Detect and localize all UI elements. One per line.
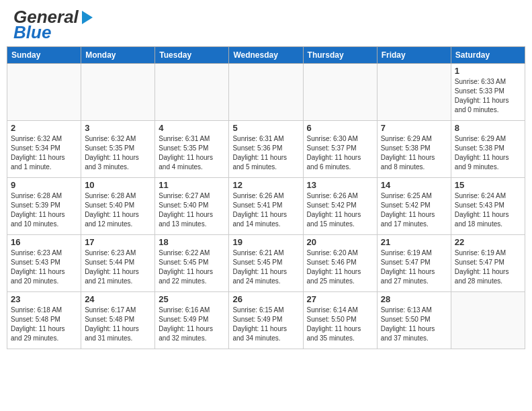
- calendar-day-4: 4Sunrise: 6:31 AM Sunset: 5:35 PM Daylig…: [155, 121, 229, 178]
- day-info: Sunrise: 6:33 AM Sunset: 5:33 PM Dayligh…: [455, 77, 521, 115]
- day-number: 5: [232, 123, 299, 133]
- calendar-day-25: 25Sunrise: 6:16 AM Sunset: 5:49 PM Dayli…: [155, 292, 229, 349]
- day-info: Sunrise: 6:13 AM Sunset: 5:50 PM Dayligh…: [381, 306, 447, 343]
- day-number: 23: [11, 294, 77, 304]
- calendar-day-24: 24Sunrise: 6:17 AM Sunset: 5:48 PM Dayli…: [81, 292, 155, 349]
- calendar-empty-cell: [155, 64, 229, 121]
- calendar-day-20: 20Sunrise: 6:20 AM Sunset: 5:46 PM Dayli…: [303, 235, 377, 292]
- calendar-header-row: SundayMondayTuesdayWednesdayThursdayFrid…: [7, 47, 525, 64]
- calendar-empty-cell: [229, 64, 303, 121]
- day-info: Sunrise: 6:29 AM Sunset: 5:38 PM Dayligh…: [381, 134, 447, 172]
- day-info: Sunrise: 6:22 AM Sunset: 5:45 PM Dayligh…: [159, 248, 225, 286]
- page-wrapper: General Blue SundayMondayTuesdayWednesda…: [0, 0, 532, 349]
- day-info: Sunrise: 6:31 AM Sunset: 5:36 PM Dayligh…: [232, 134, 299, 172]
- calendar-day-9: 9Sunrise: 6:28 AM Sunset: 5:39 PM Daylig…: [7, 178, 81, 235]
- calendar-day-22: 22Sunrise: 6:19 AM Sunset: 5:47 PM Dayli…: [451, 235, 525, 292]
- day-number: 8: [455, 123, 521, 133]
- calendar-week-row: 23Sunrise: 6:18 AM Sunset: 5:48 PM Dayli…: [7, 292, 525, 349]
- day-info: Sunrise: 6:28 AM Sunset: 5:39 PM Dayligh…: [11, 191, 77, 229]
- day-number: 15: [455, 180, 521, 190]
- day-number: 2: [11, 123, 77, 133]
- day-number: 1: [455, 66, 521, 76]
- calendar-day-17: 17Sunrise: 6:23 AM Sunset: 5:44 PM Dayli…: [81, 235, 155, 292]
- calendar-header-friday: Friday: [377, 47, 451, 64]
- day-info: Sunrise: 6:23 AM Sunset: 5:44 PM Dayligh…: [85, 248, 151, 286]
- day-info: Sunrise: 6:18 AM Sunset: 5:48 PM Dayligh…: [11, 306, 77, 343]
- calendar-day-26: 26Sunrise: 6:15 AM Sunset: 5:49 PM Dayli…: [229, 292, 303, 349]
- calendar-empty-cell: [7, 64, 81, 121]
- day-number: 22: [455, 237, 521, 247]
- day-number: 28: [381, 294, 447, 304]
- day-info: Sunrise: 6:30 AM Sunset: 5:37 PM Dayligh…: [307, 134, 373, 172]
- day-info: Sunrise: 6:27 AM Sunset: 5:40 PM Dayligh…: [159, 191, 225, 229]
- day-info: Sunrise: 6:21 AM Sunset: 5:45 PM Dayligh…: [232, 248, 299, 286]
- day-info: Sunrise: 6:19 AM Sunset: 5:47 PM Dayligh…: [381, 248, 447, 286]
- day-info: Sunrise: 6:23 AM Sunset: 5:43 PM Dayligh…: [11, 248, 77, 286]
- calendar-header-saturday: Saturday: [451, 47, 525, 64]
- day-number: 7: [381, 123, 447, 133]
- day-number: 12: [232, 180, 299, 190]
- calendar: SundayMondayTuesdayWednesdayThursdayFrid…: [7, 46, 525, 349]
- day-number: 25: [159, 294, 225, 304]
- calendar-day-19: 19Sunrise: 6:21 AM Sunset: 5:45 PM Dayli…: [229, 235, 303, 292]
- calendar-empty-cell: [303, 64, 377, 121]
- calendar-header-monday: Monday: [81, 47, 155, 64]
- calendar-empty-cell: [451, 292, 525, 349]
- calendar-day-13: 13Sunrise: 6:26 AM Sunset: 5:42 PM Dayli…: [303, 178, 377, 235]
- day-info: Sunrise: 6:14 AM Sunset: 5:50 PM Dayligh…: [307, 306, 373, 343]
- calendar-day-5: 5Sunrise: 6:31 AM Sunset: 5:36 PM Daylig…: [229, 121, 303, 178]
- day-number: 4: [159, 123, 225, 133]
- day-info: Sunrise: 6:19 AM Sunset: 5:47 PM Dayligh…: [455, 248, 521, 286]
- calendar-day-23: 23Sunrise: 6:18 AM Sunset: 5:48 PM Dayli…: [7, 292, 81, 349]
- day-number: 20: [307, 237, 373, 247]
- calendar-day-21: 21Sunrise: 6:19 AM Sunset: 5:47 PM Dayli…: [377, 235, 451, 292]
- day-number: 13: [307, 180, 373, 190]
- calendar-header-wednesday: Wednesday: [229, 47, 303, 64]
- calendar-empty-cell: [377, 64, 451, 121]
- calendar-day-3: 3Sunrise: 6:32 AM Sunset: 5:35 PM Daylig…: [81, 121, 155, 178]
- day-number: 19: [232, 237, 299, 247]
- calendar-week-row: 2Sunrise: 6:32 AM Sunset: 5:34 PM Daylig…: [7, 121, 525, 178]
- day-number: 17: [85, 237, 151, 247]
- day-number: 9: [11, 180, 77, 190]
- calendar-day-2: 2Sunrise: 6:32 AM Sunset: 5:34 PM Daylig…: [7, 121, 81, 178]
- day-info: Sunrise: 6:26 AM Sunset: 5:41 PM Dayligh…: [232, 191, 299, 229]
- calendar-day-18: 18Sunrise: 6:22 AM Sunset: 5:45 PM Dayli…: [155, 235, 229, 292]
- day-info: Sunrise: 6:28 AM Sunset: 5:40 PM Dayligh…: [85, 191, 151, 229]
- day-number: 11: [159, 180, 225, 190]
- day-info: Sunrise: 6:16 AM Sunset: 5:49 PM Dayligh…: [159, 306, 225, 343]
- day-info: Sunrise: 6:20 AM Sunset: 5:46 PM Dayligh…: [307, 248, 373, 286]
- day-info: Sunrise: 6:15 AM Sunset: 5:49 PM Dayligh…: [232, 306, 299, 343]
- day-info: Sunrise: 6:32 AM Sunset: 5:35 PM Dayligh…: [85, 134, 151, 172]
- calendar-day-10: 10Sunrise: 6:28 AM Sunset: 5:40 PM Dayli…: [81, 178, 155, 235]
- day-info: Sunrise: 6:25 AM Sunset: 5:42 PM Dayligh…: [381, 191, 447, 229]
- calendar-day-11: 11Sunrise: 6:27 AM Sunset: 5:40 PM Dayli…: [155, 178, 229, 235]
- calendar-empty-cell: [81, 64, 155, 121]
- day-number: 26: [232, 294, 299, 304]
- day-number: 16: [11, 237, 77, 247]
- day-number: 10: [85, 180, 151, 190]
- calendar-day-16: 16Sunrise: 6:23 AM Sunset: 5:43 PM Dayli…: [7, 235, 81, 292]
- day-info: Sunrise: 6:32 AM Sunset: 5:34 PM Dayligh…: [11, 134, 77, 172]
- day-number: 27: [307, 294, 373, 304]
- calendar-header-thursday: Thursday: [303, 47, 377, 64]
- calendar-day-8: 8Sunrise: 6:29 AM Sunset: 5:38 PM Daylig…: [451, 121, 525, 178]
- day-info: Sunrise: 6:24 AM Sunset: 5:43 PM Dayligh…: [455, 191, 521, 229]
- calendar-header-tuesday: Tuesday: [155, 47, 229, 64]
- logo-arrow-icon: [82, 11, 93, 24]
- logo: General Blue: [13, 7, 93, 43]
- calendar-header-sunday: Sunday: [7, 47, 81, 64]
- calendar-week-row: 9Sunrise: 6:28 AM Sunset: 5:39 PM Daylig…: [7, 178, 525, 235]
- header: General Blue: [0, 0, 532, 46]
- day-info: Sunrise: 6:17 AM Sunset: 5:48 PM Dayligh…: [85, 306, 151, 343]
- calendar-day-1: 1Sunrise: 6:33 AM Sunset: 5:33 PM Daylig…: [451, 64, 525, 121]
- calendar-day-14: 14Sunrise: 6:25 AM Sunset: 5:42 PM Dayli…: [377, 178, 451, 235]
- day-number: 14: [381, 180, 447, 190]
- calendar-week-row: 1Sunrise: 6:33 AM Sunset: 5:33 PM Daylig…: [7, 64, 525, 121]
- calendar-day-7: 7Sunrise: 6:29 AM Sunset: 5:38 PM Daylig…: [377, 121, 451, 178]
- calendar-week-row: 16Sunrise: 6:23 AM Sunset: 5:43 PM Dayli…: [7, 235, 525, 292]
- calendar-day-27: 27Sunrise: 6:14 AM Sunset: 5:50 PM Dayli…: [303, 292, 377, 349]
- day-info: Sunrise: 6:26 AM Sunset: 5:42 PM Dayligh…: [307, 191, 373, 229]
- day-number: 3: [85, 123, 151, 133]
- day-number: 24: [85, 294, 151, 304]
